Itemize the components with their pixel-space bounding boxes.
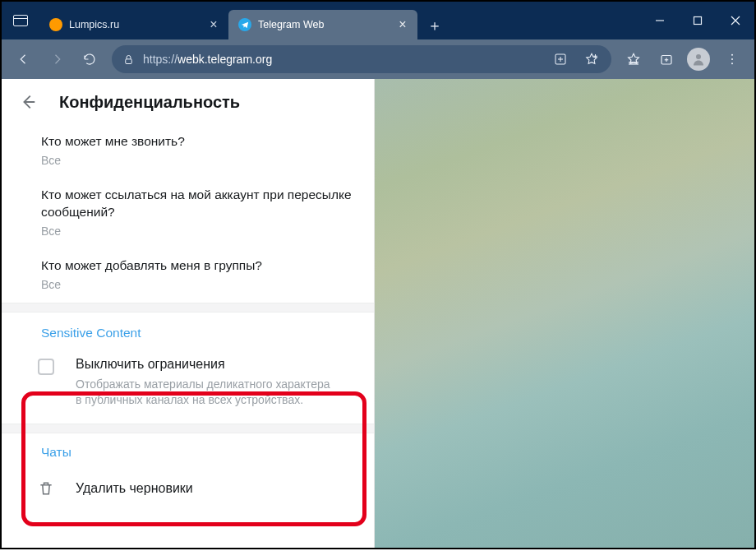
disable-filtering-desc: Отображать материалы деликатного характе… <box>76 377 339 409</box>
maximize-button[interactable] <box>679 2 717 39</box>
svg-point-14 <box>731 54 733 56</box>
tab-telegram-web[interactable]: Telegram Web × <box>228 10 417 39</box>
menu-button[interactable] <box>717 44 748 74</box>
collections-button[interactable] <box>651 44 682 74</box>
page-content: Конфиденциальность Кто может мне звонить… <box>0 79 756 549</box>
checkbox-icon[interactable] <box>38 359 54 375</box>
favicon-telegram <box>238 18 251 31</box>
extensions-icon[interactable] <box>549 48 572 71</box>
privacy-question: Кто может добавлять меня в группы? <box>41 257 356 275</box>
window-controls <box>641 2 754 39</box>
privacy-question: Кто может мне звонить? <box>41 133 356 150</box>
close-window-button[interactable] <box>717 2 754 39</box>
section-divider <box>2 424 374 433</box>
profile-avatar[interactable] <box>687 48 710 71</box>
browser-toolbar: https://webk.telegram.org <box>2 39 754 79</box>
privacy-question: Кто может ссылаться на мой аккаунт при п… <box>41 187 356 221</box>
tab-title: Lumpics.ru <box>69 19 201 30</box>
privacy-answer: Все <box>41 225 356 238</box>
chats-header: Чаты <box>2 433 374 466</box>
svg-rect-1 <box>694 17 702 25</box>
settings-header: Конфиденциальность <box>2 79 374 125</box>
close-icon[interactable]: × <box>396 18 409 31</box>
privacy-calls-row[interactable]: Кто может мне звонить? Все <box>2 125 374 178</box>
sensitive-content-header: Sensitive Content <box>2 313 374 347</box>
address-url: https://webk.telegram.org <box>143 53 541 66</box>
back-button[interactable] <box>8 44 39 74</box>
settings-panel: Конфиденциальность Кто может мне звонить… <box>2 79 375 548</box>
privacy-forwarding-row[interactable]: Кто может ссылаться на мой аккаунт при п… <box>2 178 374 249</box>
address-bar[interactable]: https://webk.telegram.org <box>112 45 611 73</box>
privacy-answer: Все <box>41 154 356 167</box>
svg-point-15 <box>731 58 733 60</box>
browser-titlebar: Lumpics.ru × Telegram Web × ＋ <box>2 2 754 39</box>
svg-point-16 <box>731 63 733 64</box>
window-tabs-icon[interactable] <box>2 2 39 39</box>
svg-rect-4 <box>125 58 131 63</box>
delete-drafts-label: Удалить черновики <box>76 481 193 496</box>
page-title: Конфиденциальность <box>59 93 240 112</box>
privacy-answer: Все <box>41 278 356 291</box>
lock-icon <box>122 53 135 66</box>
svg-point-13 <box>696 54 701 59</box>
favorite-star-icon[interactable] <box>580 48 603 71</box>
tab-strip: Lumpics.ru × Telegram Web × ＋ <box>39 2 641 39</box>
new-tab-button[interactable]: ＋ <box>421 12 449 39</box>
minimize-button[interactable] <box>641 2 679 39</box>
privacy-groups-row[interactable]: Кто может добавлять меня в группы? Все <box>2 249 374 303</box>
chat-background <box>375 79 754 548</box>
refresh-button[interactable] <box>74 44 105 74</box>
favicon-lumpics <box>49 18 62 31</box>
section-divider <box>2 303 374 313</box>
delete-drafts-row[interactable]: Удалить черновики <box>2 466 374 512</box>
trash-icon <box>38 479 54 498</box>
favorites-button[interactable] <box>618 44 649 74</box>
close-icon[interactable]: × <box>207 18 220 31</box>
disable-filtering-row[interactable]: Выключить ограничения Отображать материа… <box>2 347 374 424</box>
tab-lumpics[interactable]: Lumpics.ru × <box>39 10 228 39</box>
disable-filtering-label: Выключить ограничения <box>76 357 339 372</box>
settings-back-button[interactable] <box>16 90 39 113</box>
forward-button[interactable] <box>41 44 72 74</box>
tab-title: Telegram Web <box>258 19 390 30</box>
